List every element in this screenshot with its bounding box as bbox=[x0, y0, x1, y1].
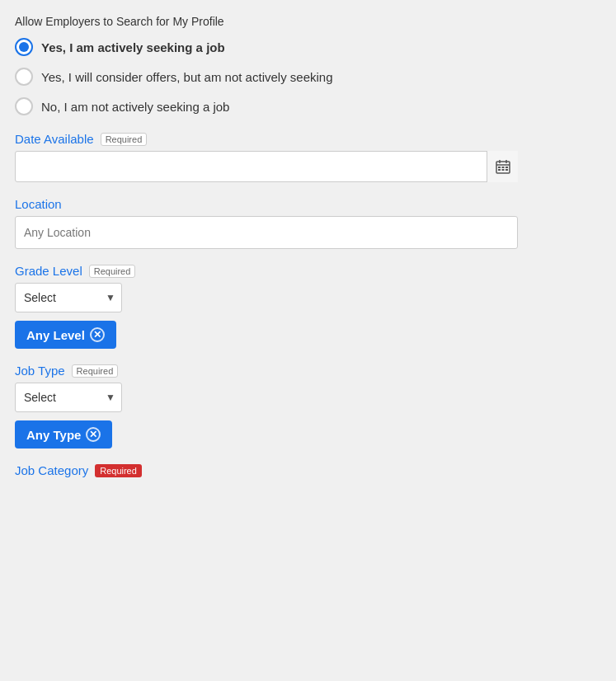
radio-actively[interactable] bbox=[15, 38, 33, 56]
employment-status-group: Yes, I am actively seeking a job Yes, I … bbox=[15, 38, 601, 115]
grade-level-select[interactable]: Select bbox=[15, 283, 122, 312]
location-label: Location bbox=[15, 197, 62, 211]
calendar-icon[interactable] bbox=[487, 151, 518, 182]
job-type-tag-close-icon[interactable]: ✕ bbox=[86, 427, 101, 442]
radio-consider[interactable] bbox=[15, 68, 33, 86]
radio-actively-label: Yes, I am actively seeking a job bbox=[41, 40, 225, 54]
svg-rect-7 bbox=[498, 169, 501, 171]
location-input[interactable] bbox=[15, 216, 518, 249]
svg-rect-4 bbox=[498, 167, 501, 168]
date-input[interactable] bbox=[15, 151, 518, 182]
job-category-section: Job Category Required bbox=[15, 463, 601, 477]
grade-level-label: Grade Level bbox=[15, 264, 82, 278]
location-label-row: Location bbox=[15, 197, 601, 211]
radio-consider-label: Yes, I will consider offers, but am not … bbox=[41, 70, 333, 84]
grade-level-required: Required bbox=[89, 265, 136, 278]
date-available-label-row: Date Available Required bbox=[15, 132, 601, 146]
radio-not-label: No, I am not actively seeking a job bbox=[41, 100, 229, 114]
radio-item-actively[interactable]: Yes, I am actively seeking a job bbox=[15, 38, 601, 56]
section-title: Allow Employers to Search for My Profile bbox=[15, 8, 601, 38]
job-type-label-row: Job Type Required bbox=[15, 364, 601, 378]
grade-level-select-wrapper: Select ▼ bbox=[15, 283, 122, 312]
location-section: Location bbox=[15, 197, 601, 249]
radio-item-consider[interactable]: Yes, I will consider offers, but am not … bbox=[15, 68, 601, 86]
job-type-select[interactable]: Select bbox=[15, 383, 122, 412]
grade-level-label-row: Grade Level Required bbox=[15, 264, 601, 278]
job-category-label-row: Job Category Required bbox=[15, 463, 601, 477]
job-type-tag[interactable]: Any Type ✕ bbox=[15, 420, 112, 449]
job-category-required: Required bbox=[95, 464, 142, 477]
grade-level-tag-label: Any Level bbox=[26, 328, 85, 342]
svg-rect-5 bbox=[501, 167, 504, 168]
date-available-section: Date Available Required bbox=[15, 132, 601, 182]
date-input-wrapper bbox=[15, 151, 518, 182]
grade-level-section: Grade Level Required Select ▼ Any Level … bbox=[15, 264, 601, 349]
job-type-label: Job Type bbox=[15, 364, 65, 378]
job-type-required: Required bbox=[72, 364, 119, 378]
grade-level-tag[interactable]: Any Level ✕ bbox=[15, 321, 116, 349]
job-type-section: Job Type Required Select ▼ Any Type ✕ bbox=[15, 364, 601, 449]
radio-item-not[interactable]: No, I am not actively seeking a job bbox=[15, 97, 601, 115]
svg-rect-8 bbox=[501, 169, 504, 171]
date-available-label: Date Available bbox=[15, 132, 94, 146]
grade-level-tag-close-icon[interactable]: ✕ bbox=[90, 327, 105, 342]
job-category-label: Job Category bbox=[15, 463, 88, 477]
date-available-required: Required bbox=[101, 133, 148, 146]
svg-rect-9 bbox=[505, 169, 508, 171]
main-container: Allow Employers to Search for My Profile… bbox=[0, 0, 616, 509]
svg-rect-6 bbox=[505, 167, 508, 168]
radio-not[interactable] bbox=[15, 97, 33, 115]
job-type-tag-label: Any Type bbox=[26, 428, 81, 442]
job-type-select-wrapper: Select ▼ bbox=[15, 383, 122, 412]
